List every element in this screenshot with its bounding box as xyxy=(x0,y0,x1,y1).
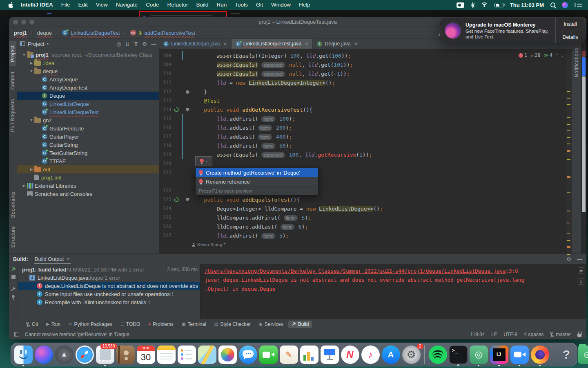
tree-chevron-icon[interactable]: ▶ xyxy=(21,184,27,188)
menu-item-refactor[interactable]: Refactor xyxy=(163,2,192,8)
warning-stripe-mark[interactable] xyxy=(567,246,570,248)
breadcrumb-item[interactable]: deque xyxy=(37,30,52,36)
toolwindow-tab-build[interactable]: Build xyxy=(288,321,312,328)
apple-menu-icon[interactable] xyxy=(5,2,17,8)
menu-item-git[interactable]: Git xyxy=(252,2,267,8)
traffic-light-buttons[interactable] xyxy=(13,20,34,25)
warning-stripe-mark[interactable] xyxy=(567,211,570,211)
warning-stripe-mark[interactable] xyxy=(567,192,570,193)
tree-chevron-icon[interactable]: ▶ xyxy=(29,61,34,65)
spotlight-search-icon[interactable] xyxy=(550,2,555,7)
dock-icon-terminal[interactable]: >_ xyxy=(449,346,468,364)
fold-marker-icon[interactable] xyxy=(186,108,189,112)
dock-icon-numbers[interactable] xyxy=(300,346,318,364)
stop-build-button[interactable] xyxy=(11,275,16,279)
file-encoding[interactable]: UTF-8 xyxy=(503,332,517,337)
build-output-row[interactable]: iSome input files use unchecked or unsaf… xyxy=(18,290,200,298)
dock-icon-photos[interactable] xyxy=(218,346,237,364)
menu-item-navigate[interactable]: Navigate xyxy=(112,2,142,8)
code-line[interactable]: 118 lld.addFirst( item: 50); xyxy=(159,141,565,150)
code-line[interactable]: 124 Deque<Integer> lldCompare = new Link… xyxy=(159,204,565,213)
dock-icon-pages[interactable]: ✎ xyxy=(280,346,298,364)
screen-mirroring-icon[interactable] xyxy=(457,2,464,8)
code-editor[interactable]: 108 assertEquals((Integer) 100, lld.get(… xyxy=(159,49,565,254)
edit-mark-icon[interactable]: ✎ xyxy=(567,222,570,225)
siri-icon[interactable] xyxy=(562,2,568,8)
error-file-link-line[interactable]: /Users/kevinxiong/Documents/Berkeley Cla… xyxy=(205,267,572,276)
warning-stripe-mark[interactable] xyxy=(567,130,570,131)
toolwindow-tab-services[interactable]: ◉Services xyxy=(256,321,287,328)
hide-build-panel-button[interactable]: — xyxy=(577,256,582,262)
close-window-button[interactable] xyxy=(13,20,18,25)
code-line[interactable]: 116 lld.addLast( item: 200); xyxy=(159,123,565,132)
menu-item-intellij-idea[interactable]: IntelliJ IDEA xyxy=(17,2,57,8)
code-line[interactable]: 117 lld.addLast( item: 400); xyxy=(159,132,565,141)
stripe-tab-project[interactable]: Project xyxy=(9,41,16,66)
dock-icon-messages[interactable] xyxy=(239,346,257,364)
warning-stripe-mark[interactable] xyxy=(567,117,570,118)
intention-item[interactable]: Create method 'getRecursive' in 'Deque' xyxy=(196,168,318,177)
build-output-row[interactable]: !deque.LinkedListDeque is not abstract a… xyxy=(18,282,200,290)
tree-item-arraydequetest[interactable]: CArrayDequeTest xyxy=(17,83,159,92)
stripe-tab-notifications[interactable]: Notifications xyxy=(573,44,580,81)
intention-item[interactable]: Rename reference xyxy=(196,177,318,186)
tree-item-deque[interactable]: IDeque xyxy=(17,92,159,100)
dock-icon-calendar[interactable]: JUN30 xyxy=(137,346,155,364)
warning-stripe-mark[interactable] xyxy=(567,144,570,144)
tree-item--idea[interactable]: ▶.idea xyxy=(17,59,159,67)
menu-item-help[interactable]: Help xyxy=(295,2,314,8)
close-tab-icon[interactable]: ✕ xyxy=(354,41,358,47)
menu-item-build[interactable]: Build xyxy=(192,2,212,8)
dock-icon-contacts[interactable] xyxy=(116,346,135,364)
toolwindow-tab-style-checker[interactable]: ▤Style Checker xyxy=(211,321,254,328)
dock-icon-news[interactable]: N xyxy=(341,346,359,364)
warning-stripe-mark[interactable] xyxy=(567,233,570,234)
close-tab-icon[interactable]: ✕ xyxy=(223,41,227,47)
soft-wrap-button[interactable]: ⇄ xyxy=(578,267,584,274)
warning-stripe-mark[interactable] xyxy=(567,159,570,160)
breadcrumb-item[interactable]: proj1 xyxy=(14,30,27,36)
breadcrumb-item[interactable]: LinkedListDequeTest xyxy=(71,30,120,36)
menu-item-run[interactable]: Run xyxy=(212,2,231,8)
project-settings-gear-icon[interactable]: ⚙ xyxy=(142,41,147,47)
prev-issue-button[interactable]: ⌃ xyxy=(556,53,558,57)
battery-charging-icon[interactable] xyxy=(494,3,503,7)
dock-icon-sysprefs[interactable]: ⚙2 xyxy=(402,346,421,364)
code-line[interactable]: 110 assertEquals( expected: null, lld.ge… xyxy=(159,69,565,78)
code-line[interactable]: 119 assertEquals( expected: 100, lld.get… xyxy=(159,150,565,159)
toolwindow-tab-python-packages[interactable]: ≋Python Packages xyxy=(65,321,116,328)
warning-stripe-mark[interactable] xyxy=(567,91,570,92)
code-line[interactable]: 126 lldCompare.addLast( item: 6); xyxy=(159,222,565,231)
window-error-stripe[interactable] xyxy=(581,39,586,254)
hide-panel-button[interactable]: — xyxy=(151,41,156,47)
menu-item-file[interactable]: File xyxy=(57,2,74,8)
build-output-tab[interactable]: Build Output✕ xyxy=(34,254,71,264)
next-issue-button[interactable]: ⌄ xyxy=(561,53,564,57)
rerun-build-button[interactable] xyxy=(11,267,16,272)
caret-position[interactable]: 119:34 xyxy=(470,332,485,337)
code-line[interactable]: 108 assertEquals((Integer) 100, lld.get(… xyxy=(159,51,565,60)
dock-icon-finder[interactable] xyxy=(14,346,33,364)
dock-icon-mail[interactable]: 10,589 xyxy=(96,346,114,364)
bluetooth-icon[interactable] xyxy=(471,2,474,8)
menu-item-view[interactable]: View xyxy=(92,2,112,8)
warning-stripe-mark[interactable] xyxy=(567,176,570,178)
dock-icon-atomfolder[interactable]: ◎ xyxy=(578,346,588,364)
code-line[interactable]: 113 @Test xyxy=(159,96,565,105)
minimize-window-button[interactable] xyxy=(21,20,26,25)
tree-chevron-icon[interactable]: ▼ xyxy=(21,53,27,57)
install-button[interactable]: Install xyxy=(556,18,585,31)
warning-stripe-mark[interactable] xyxy=(567,137,570,138)
stripe-tab-structure[interactable]: Structure xyxy=(9,222,17,252)
toolwindow-tab-todo[interactable]: ☰TODO xyxy=(117,321,143,328)
tree-item-linkedlistdeque[interactable]: CLinkedListDeque xyxy=(17,100,159,108)
intention-bulb-button[interactable]: ▾ xyxy=(195,156,212,166)
menu-item-code[interactable]: Code xyxy=(142,2,163,8)
stripe-tab-bookmarks[interactable]: Bookmarks xyxy=(9,187,17,222)
run-test-icon[interactable] xyxy=(172,107,181,112)
dock-icon-spotify[interactable] xyxy=(429,346,447,364)
dock-icon-notes[interactable] xyxy=(157,346,176,364)
locate-file-button[interactable]: ◎ xyxy=(116,41,121,47)
tree-item-guitarherolite[interactable]: CGuitarHeroLite xyxy=(17,124,159,132)
tree-chevron-icon[interactable]: ▼ xyxy=(29,118,34,122)
